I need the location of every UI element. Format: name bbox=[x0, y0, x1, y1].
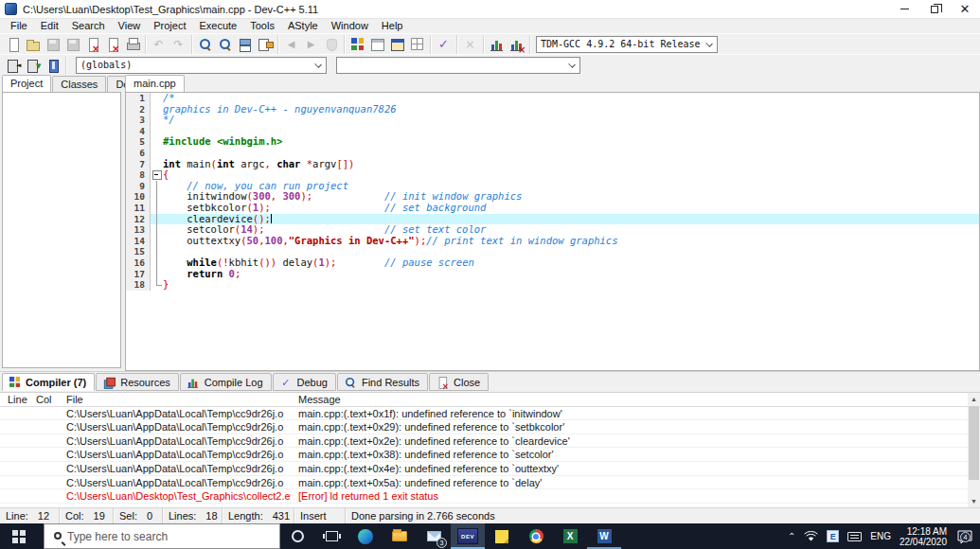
fold-marker[interactable] bbox=[151, 203, 163, 214]
fold-marker[interactable] bbox=[151, 224, 163, 236]
menu-astyle[interactable]: AStyle bbox=[281, 19, 325, 33]
col-cell bbox=[28, 489, 59, 503]
table-row[interactable]: C:\Users\Luan\AppData\Local\Temp\cc9dr26… bbox=[0, 448, 980, 462]
run-button[interactable] bbox=[367, 35, 387, 54]
scroll-down-icon[interactable]: ▼ bbox=[971, 495, 977, 507]
code-line[interactable]: 7int main(int argc, char *argv[]) bbox=[126, 159, 979, 170]
menu-search[interactable]: Search bbox=[65, 19, 112, 33]
tab-debug[interactable]: ✓Debug bbox=[273, 373, 336, 391]
compile-and-run-button[interactable] bbox=[387, 35, 407, 54]
fold-marker[interactable] bbox=[151, 269, 163, 280]
tab-classes[interactable]: Classes bbox=[52, 76, 106, 92]
taskbar-search[interactable]: Type here to search bbox=[44, 523, 280, 549]
table-row[interactable]: C:\Users\Luan\AppData\Local\Temp\cc9dr26… bbox=[0, 462, 980, 476]
unikey-icon[interactable]: E bbox=[827, 530, 839, 542]
file-explorer-icon[interactable] bbox=[383, 523, 417, 549]
menu-edit[interactable]: Edit bbox=[34, 19, 65, 33]
table-row[interactable]: C:\Users\Luan\AppData\Local\Temp\cc9dr26… bbox=[0, 420, 980, 434]
code-segment bbox=[312, 190, 384, 202]
tab-resources[interactable]: Resources bbox=[96, 373, 179, 391]
tab-close[interactable]: Close bbox=[429, 373, 489, 391]
code-editor[interactable]: 1/*2graphics in Dev-C++ - nguyenvanquan7… bbox=[125, 92, 980, 371]
tab-compile-log[interactable]: Compile Log bbox=[180, 373, 272, 391]
fold-marker[interactable] bbox=[151, 169, 163, 181]
code-line[interactable]: 3*/ bbox=[126, 115, 979, 126]
globals-select[interactable]: (globals) bbox=[76, 57, 327, 74]
fold-marker[interactable] bbox=[151, 181, 163, 192]
menu-tools[interactable]: Tools bbox=[243, 19, 281, 33]
code-line[interactable]: 18} bbox=[126, 279, 979, 291]
close-all-button[interactable] bbox=[102, 35, 122, 54]
menu-window[interactable]: Window bbox=[325, 19, 375, 33]
start-button[interactable] bbox=[0, 523, 44, 549]
table-row[interactable]: C:\Users\Luan\Desktop\Test_Graphics\coll… bbox=[0, 489, 980, 504]
open-file-button[interactable] bbox=[23, 35, 43, 54]
menu-execute[interactable]: Execute bbox=[192, 19, 243, 33]
new-file-button[interactable] bbox=[3, 35, 23, 54]
input-method-icon[interactable] bbox=[847, 532, 862, 541]
fold-marker[interactable] bbox=[151, 191, 163, 203]
fold-marker[interactable] bbox=[151, 246, 163, 257]
goto-definition-button[interactable] bbox=[23, 56, 43, 75]
fold-marker[interactable] bbox=[151, 279, 163, 291]
line-cell bbox=[0, 448, 28, 461]
code-line[interactable]: 14 outtextxy(50,100,"Graphics in Dev-C++… bbox=[126, 236, 979, 247]
menu-project[interactable]: Project bbox=[147, 19, 192, 33]
fold-marker[interactable] bbox=[151, 214, 163, 225]
rebuild-all-button[interactable] bbox=[407, 35, 427, 54]
code-line[interactable]: 5#include <winbgim.h> bbox=[126, 136, 979, 148]
tray-expand-icon[interactable]: ⌃ bbox=[788, 531, 795, 541]
mail-icon[interactable]: 3 bbox=[417, 523, 451, 549]
find-in-files-button[interactable] bbox=[215, 35, 235, 54]
cortana-icon[interactable] bbox=[280, 523, 314, 549]
code-line[interactable]: 17 return 0; bbox=[126, 269, 979, 280]
language-indicator[interactable]: ENG bbox=[870, 531, 891, 541]
restore-button[interactable] bbox=[919, 0, 950, 18]
profile-button[interactable] bbox=[487, 35, 507, 54]
table-scrollbar[interactable]: ▲ ▼ bbox=[968, 393, 980, 507]
members-select[interactable] bbox=[336, 57, 580, 74]
word-icon[interactable]: W bbox=[587, 523, 621, 549]
delete-profiling-button[interactable]: × bbox=[507, 35, 526, 54]
syntax-check-button[interactable]: ✓ bbox=[434, 35, 454, 54]
compile-button[interactable] bbox=[347, 35, 367, 54]
excel-icon[interactable]: X bbox=[553, 523, 587, 549]
clock[interactable]: 12:18 AM 22/04/2020 bbox=[900, 526, 947, 547]
action-center-icon[interactable]: 4 bbox=[955, 530, 974, 543]
tab-compiler-7-[interactable]: Compiler (7) bbox=[2, 373, 95, 391]
code-line[interactable]: 2graphics in Dev-C++ - nguyenvanquan7826 bbox=[126, 104, 979, 115]
scrollbar-thumb[interactable] bbox=[969, 406, 979, 480]
project-panel-body[interactable] bbox=[2, 92, 121, 368]
class-browser-button[interactable] bbox=[43, 56, 62, 75]
task-view-icon[interactable] bbox=[314, 523, 348, 549]
table-row[interactable]: C:\Users\Luan\AppData\Local\Temp\cc9dr26… bbox=[0, 434, 980, 449]
menu-file[interactable]: File bbox=[4, 19, 34, 33]
fold-marker[interactable] bbox=[151, 236, 163, 247]
devcpp-icon[interactable]: DEV bbox=[451, 523, 485, 549]
wifi-icon[interactable] bbox=[804, 531, 818, 541]
replace-button[interactable] bbox=[235, 35, 255, 54]
goto-declaration-button[interactable] bbox=[3, 56, 23, 75]
status-value: 431 bbox=[273, 510, 290, 522]
menu-help[interactable]: Help bbox=[375, 19, 410, 33]
edge-icon[interactable] bbox=[348, 523, 383, 549]
goto-line-button[interactable] bbox=[255, 35, 275, 54]
tab-project[interactable]: Project bbox=[2, 75, 51, 92]
minimize-button[interactable] bbox=[889, 0, 919, 18]
close-button[interactable]: ✕ bbox=[950, 0, 980, 18]
fold-marker[interactable] bbox=[151, 257, 163, 269]
close-file-button[interactable] bbox=[82, 35, 102, 54]
compiler-select[interactable]: TDM-GCC 4.9.2 64-bit Release bbox=[536, 36, 718, 53]
find-button[interactable] bbox=[195, 35, 215, 54]
restore-icon bbox=[931, 6, 938, 13]
table-row[interactable]: C:\Users\Luan\AppData\Local\Temp\cc9dr26… bbox=[0, 476, 980, 490]
chrome-icon[interactable] bbox=[519, 523, 553, 549]
scroll-up-icon[interactable]: ▲ bbox=[971, 393, 977, 405]
tab-find-results[interactable]: Find Results bbox=[337, 373, 428, 391]
editor-tab-main-cpp[interactable]: main.cpp bbox=[125, 75, 185, 92]
code-line[interactable]: 16 while(!kbhit()) delay(1); // pause sc… bbox=[126, 257, 979, 269]
menu-view[interactable]: View bbox=[112, 19, 148, 33]
sticky-notes-icon[interactable] bbox=[485, 523, 519, 549]
print-button[interactable] bbox=[122, 35, 142, 54]
table-row[interactable]: C:\Users\Luan\AppData\Local\Temp\cc9dr26… bbox=[0, 407, 980, 421]
